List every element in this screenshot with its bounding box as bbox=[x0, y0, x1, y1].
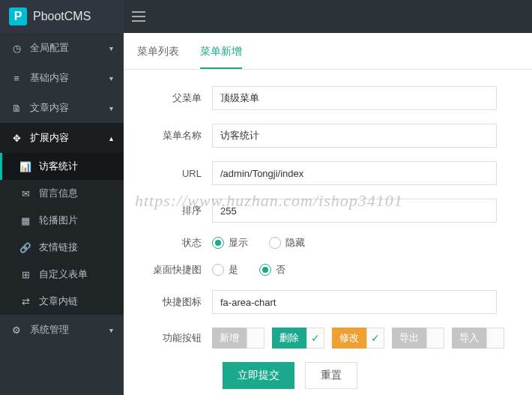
func-del-check[interactable]: ✓ bbox=[306, 328, 324, 349]
radio-status-hide[interactable]: 隐藏 bbox=[269, 236, 305, 250]
name-input[interactable] bbox=[212, 124, 497, 148]
sidebar: ◷ 全局配置 ▾ ≡ 基础内容 ▾ 🗎 文章内容 ▾ ✥ 扩展内容 ▴ 📊 访客… bbox=[0, 33, 124, 395]
sidebar-item-label: 轮播图片 bbox=[39, 214, 78, 227]
chevron-down-icon: ▾ bbox=[109, 74, 113, 82]
parent-select[interactable] bbox=[212, 86, 497, 110]
logo-text: PbootCMS bbox=[33, 10, 91, 23]
func-exp-button[interactable]: 导出 bbox=[392, 328, 426, 349]
chevron-up-icon: ▴ bbox=[109, 134, 113, 142]
expand-icon: ✥ bbox=[10, 133, 22, 144]
sidebar-item-label: 全局配置 bbox=[30, 41, 69, 55]
order-input[interactable] bbox=[212, 199, 497, 223]
tab-menu-add[interactable]: 菜单新增 bbox=[200, 45, 242, 69]
radio-icon bbox=[212, 264, 224, 276]
sidebar-item-global[interactable]: ◷ 全局配置 ▾ bbox=[0, 33, 124, 63]
label-name: 菜单名称 bbox=[137, 129, 212, 142]
gear-icon: ⚙ bbox=[10, 325, 22, 336]
sidebar-item-basic[interactable]: ≡ 基础内容 ▾ bbox=[0, 63, 124, 93]
sidebar-item-label: 文章内容 bbox=[30, 101, 69, 115]
radio-status-show[interactable]: 显示 bbox=[212, 236, 248, 250]
func-mod-check[interactable]: ✓ bbox=[366, 328, 384, 349]
sidebar-item-extend[interactable]: ✥ 扩展内容 ▴ bbox=[0, 123, 124, 153]
sidebar-item-system[interactable]: ⚙ 系统管理 ▾ bbox=[0, 315, 124, 345]
sidebar-sub-links[interactable]: 🔗 友情链接 bbox=[0, 234, 124, 261]
tab-menu-list[interactable]: 菜单列表 bbox=[137, 45, 179, 69]
radio-icon bbox=[259, 264, 271, 276]
main-content: 菜单列表 菜单新增 父菜单 菜单名称 URL bbox=[124, 33, 532, 395]
func-exp-check[interactable] bbox=[426, 328, 444, 349]
radio-icon bbox=[269, 237, 281, 249]
radio-label: 隐藏 bbox=[285, 236, 305, 250]
func-mod-button[interactable]: 修改 bbox=[332, 328, 366, 349]
func-add-check[interactable] bbox=[247, 328, 265, 349]
sidebar-item-label: 访客统计 bbox=[39, 160, 78, 173]
image-icon: ▦ bbox=[19, 215, 31, 226]
label-icon: 快捷图标 bbox=[137, 295, 212, 309]
sidebar-item-label: 扩展内容 bbox=[30, 131, 69, 145]
sidebar-sub-form[interactable]: ⊞ 自定义表单 bbox=[0, 261, 124, 288]
label-url: URL bbox=[137, 168, 212, 179]
radio-desktop-yes[interactable]: 是 bbox=[212, 263, 238, 277]
sidebar-item-label: 自定义表单 bbox=[39, 268, 88, 281]
sidebar-sub-innerlink[interactable]: ⇄ 文章内链 bbox=[0, 288, 124, 315]
label-buttons: 功能按钮 bbox=[137, 331, 212, 345]
func-del-button[interactable]: 删除 bbox=[272, 328, 306, 349]
radio-label: 显示 bbox=[229, 236, 248, 250]
sidebar-item-article[interactable]: 🗎 文章内容 ▾ bbox=[0, 93, 124, 123]
tabs: 菜单列表 菜单新增 bbox=[124, 33, 532, 70]
chevron-down-icon: ▾ bbox=[109, 326, 113, 334]
url-input[interactable] bbox=[212, 161, 497, 185]
submit-button[interactable]: 立即提交 bbox=[223, 362, 294, 389]
func-add-button[interactable]: 新增 bbox=[212, 328, 247, 349]
link-icon: 🔗 bbox=[19, 242, 31, 253]
sidebar-sub-visitor-stats[interactable]: 📊 访客统计 bbox=[0, 153, 124, 180]
sidebar-item-label: 文章内链 bbox=[39, 295, 78, 308]
logo-icon: P bbox=[9, 7, 27, 25]
sidebar-sub-carousel[interactable]: ▦ 轮播图片 bbox=[0, 207, 124, 234]
menu-toggle-button[interactable] bbox=[124, 1, 154, 31]
label-parent: 父菜单 bbox=[137, 91, 212, 105]
grid-icon: ⊞ bbox=[19, 269, 31, 280]
sidebar-item-label: 基础内容 bbox=[30, 71, 69, 85]
radio-label: 否 bbox=[276, 263, 285, 277]
mail-icon: ✉ bbox=[19, 188, 31, 199]
chevron-down-icon: ▾ bbox=[109, 104, 113, 112]
globe-icon: ◷ bbox=[10, 43, 22, 54]
document-icon: 🗎 bbox=[10, 103, 22, 114]
radio-desktop-no[interactable]: 否 bbox=[259, 263, 285, 277]
icon-input[interactable] bbox=[212, 290, 497, 314]
reset-button[interactable]: 重置 bbox=[305, 362, 357, 389]
label-order: 排序 bbox=[137, 204, 212, 217]
func-imp-check[interactable] bbox=[486, 328, 504, 349]
menu-form: 父菜单 菜单名称 URL 排序 bbox=[124, 70, 532, 395]
sidebar-item-label: 系统管理 bbox=[30, 323, 69, 337]
sidebar-item-label: 友情链接 bbox=[39, 241, 78, 254]
chevron-down-icon: ▾ bbox=[109, 44, 113, 52]
shuffle-icon: ⇄ bbox=[19, 296, 31, 307]
func-imp-button[interactable]: 导入 bbox=[452, 328, 486, 349]
sidebar-item-label: 留言信息 bbox=[39, 187, 78, 200]
label-desktop: 桌面快捷图 bbox=[137, 263, 212, 277]
chart-icon: 📊 bbox=[19, 161, 31, 172]
sidebar-sub-message[interactable]: ✉ 留言信息 bbox=[0, 180, 124, 207]
logo-area[interactable]: P PbootCMS bbox=[0, 0, 124, 33]
sidebar-submenu: 📊 访客统计 ✉ 留言信息 ▦ 轮播图片 🔗 友情链接 ⊞ 自定义表单 ⇄ 文章 bbox=[0, 153, 124, 315]
radio-label: 是 bbox=[229, 263, 238, 277]
list-icon: ≡ bbox=[10, 73, 22, 84]
hamburger-icon bbox=[132, 11, 145, 22]
label-status: 状态 bbox=[137, 236, 212, 250]
radio-icon bbox=[212, 237, 224, 249]
